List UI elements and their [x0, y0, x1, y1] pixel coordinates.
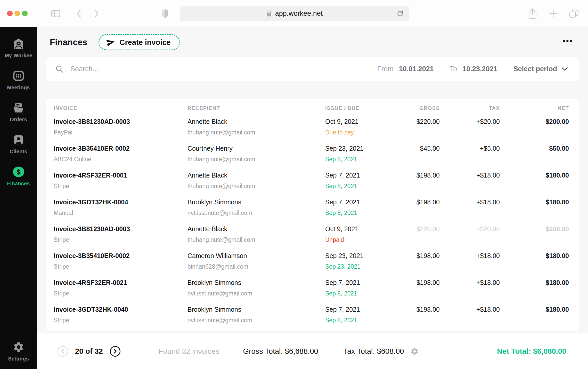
invoice-id: Invoice-3B35410ER-0002 — [54, 144, 187, 153]
lock-icon — [266, 10, 272, 17]
shield-icon[interactable] — [159, 0, 171, 27]
folder-icon — [12, 101, 25, 114]
gross-amount: $198.00 — [403, 305, 440, 314]
table-row[interactable]: Invoice-4RSF32ER-0001 Stripe Annette Bla… — [54, 169, 569, 195]
recipient-name: Cameron Williamson — [187, 252, 325, 260]
table-body: Invoice-3B81230AD-0003 PayPal Annette Bl… — [54, 115, 569, 330]
recipient-name: Brooklyn Simmons — [187, 198, 325, 206]
pagination-status: 20 of 32 — [75, 347, 103, 356]
sidebar: My Workee Meetings — [0, 27, 37, 369]
sidebar-item-meetings[interactable]: Meetings — [7, 69, 30, 91]
table-row[interactable]: Invoice-3B35410ER-0002 Stripe Cameron Wi… — [54, 249, 569, 276]
table-row[interactable]: Invoice-3B35410ER-0002 ABC24 Online Cour… — [54, 142, 569, 169]
recipient-name: Annette Black — [187, 171, 325, 179]
invoice-id: Invoice-3B35410ER-0002 — [54, 252, 187, 260]
tax-amount: +$18.00 — [440, 305, 500, 314]
recipient-email: thuhang.nute@gmail.com — [187, 155, 325, 163]
person-icon — [13, 133, 25, 146]
forward-icon[interactable] — [91, 0, 102, 27]
net-amount: $200.00 — [500, 117, 569, 126]
net-amount: $180.00 — [500, 171, 569, 179]
select-period-label: Select period — [513, 65, 557, 73]
net-amount: $180.00 — [500, 305, 569, 314]
due-status: Sep 8, 2021 — [325, 290, 403, 297]
tab-overview-icon[interactable] — [567, 0, 580, 27]
recipient-email: nvt.isst.nute@gmail.com — [187, 209, 325, 217]
tax-settings-gear-icon[interactable] — [410, 347, 419, 356]
create-invoice-label: Create invoice — [119, 38, 170, 47]
due-status: Sep 8, 2021 — [325, 209, 403, 217]
tax-total: Tax Total: $608.00 — [344, 347, 404, 356]
due-status: Unpaid — [325, 236, 403, 244]
recipient-name: Annette Black — [187, 225, 325, 233]
main-content: Finances Create invoice ••• From 10.01.2… — [37, 27, 588, 369]
create-invoice-button[interactable]: Create invoice — [99, 34, 179, 50]
invoice-table: INVOICERECEPIENTISSUE / DUEGROSSTAXNET I… — [46, 99, 579, 331]
issue-date: Sep 7, 2021 — [325, 305, 403, 314]
payment-method: Stripe — [54, 236, 187, 244]
table-header-row: INVOICERECEPIENTISSUE / DUEGROSSTAXNET — [54, 104, 569, 115]
issue-date: Sep 23, 2021 — [325, 144, 403, 153]
zoom-window-button[interactable] — [22, 11, 28, 16]
to-date-value[interactable]: 10.23.2021 — [462, 65, 497, 73]
net-amount: $200.00 — [500, 225, 569, 233]
sidebar-item-label: Settings — [8, 356, 29, 362]
net-amount: $180.00 — [500, 198, 569, 206]
table-row[interactable]: Invoice-3GDT32HK-0004 Manual Brooklyn Si… — [54, 195, 569, 222]
invoice-id: Invoice-3B81230AD-0003 — [54, 117, 187, 126]
sidebar-toggle-icon[interactable] — [50, 0, 62, 27]
from-date-value[interactable]: 10.01.2021 — [399, 65, 434, 73]
invoice-id: Invoice-4RSF32ER-0001 — [54, 171, 187, 179]
recipient-name: Brooklyn Simmons — [187, 278, 325, 287]
home-icon — [12, 37, 25, 50]
share-icon[interactable] — [526, 0, 539, 27]
payment-method: Stripe — [54, 290, 187, 297]
issue-date: Sep 23, 2021 — [325, 252, 403, 260]
net-total: Net Total: $6,080.00 — [497, 347, 566, 356]
table-row[interactable]: Invoice-3B81230AD-0003 PayPal Annette Bl… — [54, 115, 569, 142]
back-icon[interactable] — [73, 0, 85, 27]
search-input[interactable] — [70, 65, 214, 73]
due-status: Sep 23, 2021 — [325, 263, 403, 270]
sidebar-item-orders[interactable]: Orders — [10, 101, 27, 123]
net-amount: $180.00 — [500, 252, 569, 260]
gear-icon — [13, 341, 25, 354]
due-status: Sep 8, 2021 — [325, 182, 403, 190]
column-header-recepient: RECEPIENT — [187, 105, 325, 111]
sidebar-item-clients[interactable]: Clients — [10, 133, 27, 155]
filter-bar: From 10.01.2021 To 10.23.2021 Select per… — [46, 57, 579, 81]
next-page-button[interactable] — [110, 346, 120, 357]
table-row[interactable]: Invoice-4RSF32ER-0021 Stripe Brooklyn Si… — [54, 276, 569, 303]
minimize-window-button[interactable] — [14, 11, 20, 16]
due-status: Sep 8, 2021 — [325, 316, 403, 324]
previous-page-button[interactable] — [58, 346, 68, 357]
sidebar-item-settings[interactable]: Settings — [8, 341, 29, 362]
gross-amount: $198.00 — [403, 171, 440, 179]
payment-method: Stripe — [54, 316, 187, 324]
select-period-dropdown[interactable]: Select period — [513, 65, 568, 73]
calendar-icon — [12, 69, 25, 82]
table-row[interactable]: Invoice-3B81230AD-0003 Stripe Annette Bl… — [54, 222, 569, 249]
reload-icon[interactable] — [395, 10, 405, 17]
close-window-button[interactable] — [7, 11, 13, 16]
svg-text:$: $ — [17, 168, 21, 176]
column-header-net: NET — [500, 105, 569, 111]
payment-method: Stripe — [54, 182, 187, 190]
gross-amount: $45.00 — [403, 144, 440, 153]
dollar-icon: $ — [12, 165, 25, 178]
gross-amount: $220.00 — [403, 225, 440, 233]
payment-method: ABC24 Online — [54, 155, 187, 163]
issue-date: Sep 7, 2021 — [325, 278, 403, 287]
sidebar-item-finances[interactable]: $ Finances — [7, 165, 30, 187]
tax-amount: +$20.00 — [440, 117, 500, 126]
address-bar[interactable]: app.workee.net — [180, 6, 409, 21]
table-row[interactable]: Invoice-3GDT32HK-0040 Stripe Brooklyn Si… — [54, 303, 569, 330]
recipient-name: Annette Black — [187, 117, 325, 126]
column-header-tax: TAX — [440, 105, 500, 111]
column-header-issue-due: ISSUE / DUE — [325, 105, 403, 111]
recipient-email: thuhang.nute@gmail.com — [187, 182, 325, 190]
new-tab-icon[interactable] — [547, 0, 559, 27]
column-header-invoice: INVOICE — [54, 105, 187, 111]
overflow-menu-icon[interactable]: ••• — [562, 37, 574, 47]
sidebar-item-my-workee[interactable]: My Workee — [5, 37, 32, 59]
